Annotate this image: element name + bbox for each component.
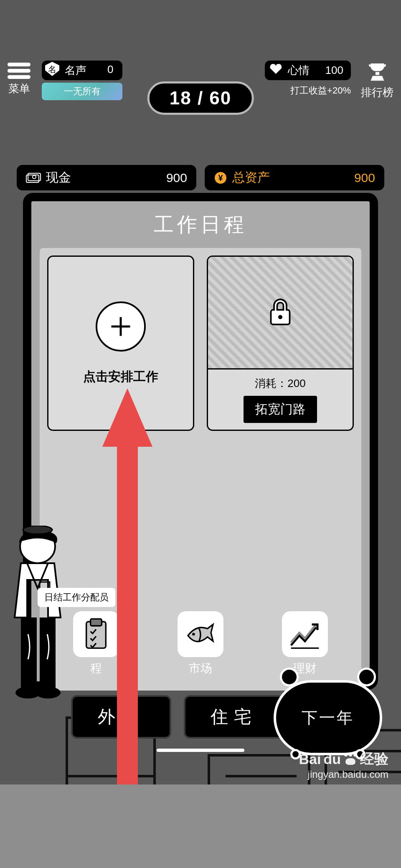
menu-label: 菜单	[8, 82, 30, 95]
hamburger-icon	[8, 63, 30, 79]
npc-character	[0, 526, 86, 701]
assets-icon: ¥	[214, 171, 227, 185]
home-indicator	[157, 749, 244, 752]
svg-rect-25	[40, 617, 56, 688]
age-counter: 18 / 60	[147, 81, 254, 115]
svg-rect-18	[91, 619, 102, 626]
locked-slot-card: 消耗：200 拓宽门路	[207, 256, 354, 431]
fish-icon	[184, 617, 217, 651]
svg-point-13	[33, 175, 36, 179]
cash-value: 900	[166, 171, 187, 185]
trophy-icon	[366, 61, 389, 84]
npc-nametag: 日结工作分配员	[38, 588, 115, 607]
svg-text:¥: ¥	[218, 173, 223, 182]
next-year-label: 下一年	[302, 707, 354, 729]
assets-pill[interactable]: ¥ 总资产 900	[205, 165, 384, 190]
lock-icon	[268, 297, 293, 328]
fame-value: 0	[107, 63, 113, 76]
fame-display[interactable]: 名声 0 一无所有	[42, 61, 122, 100]
mood-label: 心情	[288, 64, 310, 76]
cash-pill[interactable]: 现金 900	[17, 165, 196, 190]
svg-point-19	[192, 633, 195, 636]
go-out-button[interactable]: 外出	[71, 695, 171, 739]
leaderboard-button[interactable]: 排行榜	[361, 61, 393, 100]
assets-value: 900	[354, 171, 375, 185]
svg-point-22	[23, 526, 52, 534]
chart-up-icon	[288, 617, 322, 651]
assets-label: 总资产	[232, 169, 270, 186]
cash-label: 现金	[46, 169, 71, 186]
svg-point-27	[36, 687, 61, 698]
next-year-button[interactable]: 下一年	[274, 668, 382, 755]
watermark-area	[0, 784, 401, 868]
watermark-url: jingyan.baidu.com	[308, 769, 388, 780]
fame-label: 名声	[65, 64, 86, 76]
add-work-card[interactable]: 点击安排工作	[47, 256, 194, 431]
plus-icon	[96, 301, 146, 352]
unlock-button[interactable]: 拓宽门路	[244, 396, 317, 423]
fame-shield-icon	[45, 62, 59, 76]
cash-icon	[26, 172, 41, 183]
home-button[interactable]: 住宅	[184, 695, 284, 739]
mood-buff-text: 打工收益+20%	[265, 84, 351, 97]
svg-point-16	[278, 315, 282, 319]
fame-rank-tag: 一无所有	[42, 83, 122, 100]
watermark: Baidu Baidu 经验 经验 jingyan.baidu.com	[299, 749, 388, 780]
mood-value: 100	[325, 64, 343, 76]
unlock-cost: 消耗：200	[255, 376, 305, 391]
tab-finance[interactable]: 理财	[282, 611, 328, 676]
tab-market[interactable]: 市场	[178, 611, 223, 676]
paw-icon	[343, 753, 358, 765]
leaderboard-label: 排行榜	[361, 85, 393, 100]
mood-display[interactable]: 心情 100 打工收益+20%	[265, 61, 351, 97]
heart-icon	[270, 64, 282, 74]
add-work-text: 点击安排工作	[83, 368, 158, 385]
tab-market-label: 市场	[189, 662, 212, 675]
tab-schedule-label: 程	[90, 662, 102, 675]
menu-button[interactable]: 菜单	[8, 63, 30, 96]
panel-title: 工作日程	[31, 201, 370, 248]
